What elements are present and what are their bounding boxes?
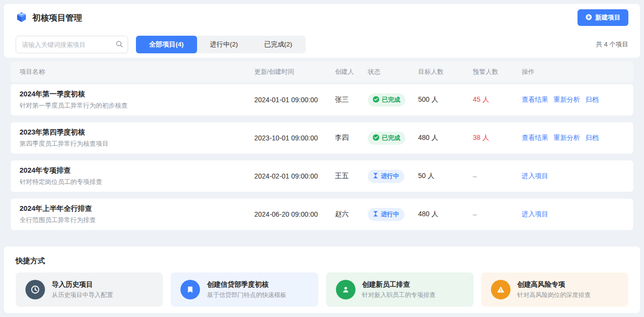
shortcut-title: 导入历史项目 xyxy=(52,280,113,289)
warning-count: – xyxy=(473,210,522,218)
project-time: 2024-02-01 09:00:00 xyxy=(254,172,335,180)
project-creator: 张三 xyxy=(335,95,368,104)
status-badge: 已完成 xyxy=(368,93,405,107)
row-actions: 进入项目 xyxy=(522,172,624,181)
col-status: 状态 xyxy=(368,68,418,76)
target-count: 500 人 xyxy=(418,95,473,104)
table-row: 2023年第四季度初核 第四季度员工异常行为核查项目 2023-10-01 09… xyxy=(11,122,633,154)
tab-all-projects[interactable]: 全部项目(4) xyxy=(136,36,197,53)
project-creator: 李四 xyxy=(335,134,368,142)
status-badge: 进行中 xyxy=(368,208,404,221)
shortcut-title: 创建新员工排查 xyxy=(362,280,436,289)
table-row: 2024年上半年全行排查 全行范围员工异常行为排查 2024-06-20 09:… xyxy=(11,199,633,230)
table-row: 2024年第一季度初核 针对第一季度员工异常行为的初步核查 2024-01-01… xyxy=(11,84,633,115)
project-desc: 针对特定岗位员工的专项排查 xyxy=(20,178,254,186)
page-title: 初核项目管理 xyxy=(32,12,82,23)
page-header: 初核项目管理 新建项目 xyxy=(16,4,628,31)
project-creator: 王五 xyxy=(335,172,368,181)
project-name: 2024年上半年全行排查 xyxy=(20,204,254,213)
col-target: 目标人数 xyxy=(418,68,473,76)
cube-icon xyxy=(16,11,27,24)
project-time: 2024-06-20 09:00:00 xyxy=(254,210,335,218)
target-count: 50 人 xyxy=(418,172,473,181)
warning-count: 45 人 xyxy=(473,95,522,104)
warning-icon xyxy=(491,280,511,299)
project-desc: 第四季度员工异常行为核查项目 xyxy=(20,139,254,148)
search-input[interactable] xyxy=(16,36,128,53)
reanalyze-link[interactable]: 重新分析 xyxy=(554,134,580,142)
view-results-link[interactable]: 查看结果 xyxy=(522,95,548,104)
shortcuts-panel: 快捷方式 导入历史项目 从历史项目中导入配置 创建信贷部季度初核 xyxy=(4,247,640,313)
hourglass-icon xyxy=(373,173,378,180)
table-row: 2024年专项排查 针对特定岗位员工的专项排查 2024-02-01 09:00… xyxy=(11,160,633,192)
user-icon xyxy=(336,280,355,299)
search-box xyxy=(16,36,128,53)
new-project-label: 新建项目 xyxy=(595,13,621,22)
shortcut-import-history[interactable]: 导入历史项目 从历史项目中导入配置 xyxy=(16,272,163,307)
row-actions: 进入项目 xyxy=(522,210,624,219)
col-project-name: 项目名称 xyxy=(20,68,254,76)
target-count: 480 人 xyxy=(418,134,473,142)
shortcut-title: 创建信贷部季度初核 xyxy=(207,280,287,289)
project-desc: 针对第一季度员工异常行为的初步核查 xyxy=(20,101,254,110)
col-actions: 操作 xyxy=(522,68,624,76)
search-icon[interactable] xyxy=(115,40,123,49)
project-creator: 赵六 xyxy=(335,210,368,219)
status-label: 已完成 xyxy=(382,134,400,142)
project-table: 项目名称 更新/创建时间 创建人 状态 目标人数 预警人数 操作 2024年第一… xyxy=(11,62,633,230)
project-time: 2024-01-01 09:00:00 xyxy=(254,96,335,104)
toolbar: 全部项目(4) 进行中(2) 已完成(2) 共 4 个项目 xyxy=(16,31,628,58)
warning-count: – xyxy=(473,172,522,180)
project-desc: 全行范围员工异常行为排查 xyxy=(20,216,254,225)
warning-count: 38 人 xyxy=(473,134,522,142)
view-results-link[interactable]: 查看结果 xyxy=(522,134,548,142)
shortcut-title: 创建高风险专项 xyxy=(517,280,591,289)
clock-icon xyxy=(25,280,45,299)
shortcut-desc: 基于信贷部门特点的快速模板 xyxy=(207,291,287,299)
plus-circle-icon xyxy=(585,14,592,22)
archive-link[interactable]: 归档 xyxy=(585,95,599,104)
tab-in-progress[interactable]: 进行中(2) xyxy=(197,36,251,53)
table-header: 项目名称 更新/创建时间 创建人 状态 目标人数 预警人数 操作 xyxy=(11,62,633,82)
top-panel: 初核项目管理 新建项目 全部项目(4) 进行中(2) xyxy=(4,4,640,58)
archive-link[interactable]: 归档 xyxy=(585,134,599,142)
status-badge: 已完成 xyxy=(368,132,405,145)
status-badge: 进行中 xyxy=(368,170,404,183)
status-label: 进行中 xyxy=(381,210,400,219)
enter-project-link[interactable]: 进入项目 xyxy=(522,210,548,219)
col-warning: 预警人数 xyxy=(473,68,522,76)
enter-project-link[interactable]: 进入项目 xyxy=(522,172,548,181)
new-project-button[interactable]: 新建项目 xyxy=(577,9,628,26)
check-circle-icon xyxy=(373,96,379,104)
project-name: 2023年第四季度初核 xyxy=(20,128,254,137)
status-label: 已完成 xyxy=(382,96,400,104)
filter-tabs: 全部项目(4) 进行中(2) 已完成(2) xyxy=(136,36,306,53)
tab-completed[interactable]: 已完成(2) xyxy=(251,36,306,53)
hourglass-icon xyxy=(373,211,378,218)
col-time: 更新/创建时间 xyxy=(254,68,335,76)
col-creator: 创建人 xyxy=(335,68,368,76)
project-time: 2023-10-01 09:00:00 xyxy=(254,134,335,142)
shortcut-desc: 针对新入职员工的专项排查 xyxy=(362,291,436,299)
row-actions: 查看结果 重新分析 归档 xyxy=(522,134,624,142)
bookmark-icon xyxy=(180,280,200,299)
shortcut-credit-quarterly[interactable]: 创建信贷部季度初核 基于信贷部门特点的快速模板 xyxy=(171,272,318,307)
project-name: 2024年第一季度初核 xyxy=(20,90,254,99)
target-count: 480 人 xyxy=(418,210,473,219)
shortcut-new-employee[interactable]: 创建新员工排查 针对新入职员工的专项排查 xyxy=(326,272,473,307)
status-label: 进行中 xyxy=(381,172,400,181)
shortcut-desc: 针对高风险岗位的深度排查 xyxy=(517,291,591,299)
row-actions: 查看结果 重新分析 归档 xyxy=(522,95,624,104)
shortcut-high-risk[interactable]: 创建高风险专项 针对高风险岗位的深度排查 xyxy=(481,272,628,307)
reanalyze-link[interactable]: 重新分析 xyxy=(554,95,580,104)
total-count: 共 4 个项目 xyxy=(596,40,628,49)
check-circle-icon xyxy=(373,134,379,142)
shortcuts-title: 快捷方式 xyxy=(16,256,628,266)
project-name: 2024年专项排查 xyxy=(20,166,254,175)
shortcut-desc: 从历史项目中导入配置 xyxy=(52,291,113,299)
